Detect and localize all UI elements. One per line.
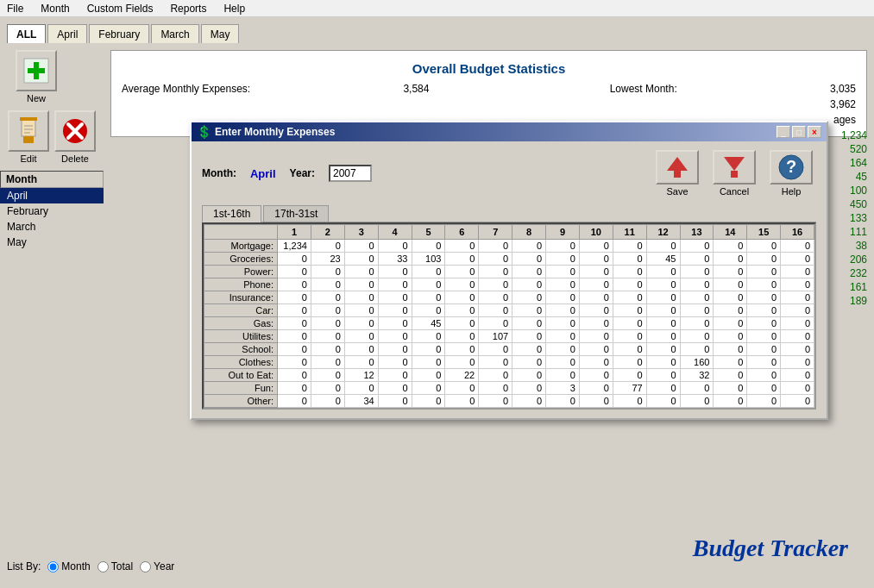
input-3-9[interactable] [582,279,611,290]
input-3-4[interactable] [414,279,443,290]
input-11-3[interactable] [380,383,410,393]
input-5-10[interactable] [615,305,644,316]
cell-7-9[interactable] [579,330,613,343]
cell-0-7[interactable] [512,240,546,253]
cell-8-2[interactable] [344,343,378,356]
input-8-9[interactable] [582,344,611,354]
tab-april[interactable]: April [47,24,87,43]
input-2-15[interactable] [783,266,812,277]
input-1-10[interactable] [615,253,644,264]
input-3-0[interactable] [280,279,309,290]
cell-6-8[interactable] [546,317,580,330]
cell-3-6[interactable] [479,278,512,291]
cell-3-2[interactable] [344,278,378,291]
input-0-2[interactable] [347,241,376,251]
cell-9-0[interactable] [278,356,311,369]
input-9-13[interactable] [715,357,745,367]
cell-7-0[interactable] [278,330,311,343]
input-4-2[interactable] [347,292,376,303]
cell-6-0[interactable] [278,317,311,330]
cell-4-7[interactable] [512,291,546,304]
cell-10-1[interactable] [311,369,344,382]
input-7-11[interactable] [649,331,678,341]
cell-2-6[interactable] [479,266,512,278]
cell-11-4[interactable] [412,382,445,395]
input-11-6[interactable] [481,383,510,393]
cell-1-10[interactable] [613,253,646,266]
cell-9-8[interactable] [546,356,580,369]
cell-3-15[interactable] [781,278,814,291]
sidebar-item-may[interactable]: May [0,235,104,250]
input-7-15[interactable] [783,331,812,341]
input-12-11[interactable] [649,396,678,406]
input-8-5[interactable] [447,344,476,354]
input-10-1[interactable] [313,370,343,380]
cell-7-2[interactable] [344,330,378,343]
cell-1-6[interactable] [479,253,512,266]
cell-11-5[interactable] [445,382,479,395]
input-4-10[interactable] [615,292,644,303]
cell-9-4[interactable] [412,356,445,369]
cell-0-4[interactable] [412,240,445,253]
input-9-7[interactable] [514,357,544,367]
cell-0-8[interactable] [546,240,580,253]
input-0-4[interactable] [414,241,443,251]
cell-10-8[interactable] [546,369,580,382]
cell-5-10[interactable] [613,304,646,317]
cell-4-12[interactable] [680,291,714,304]
cell-8-8[interactable] [546,343,580,356]
input-10-9[interactable] [582,370,611,380]
cancel-button[interactable]: Cancel [709,150,759,197]
input-12-14[interactable] [749,396,778,406]
cell-7-4[interactable] [412,330,445,343]
input-10-14[interactable] [749,370,778,380]
cell-3-11[interactable] [646,278,680,291]
input-7-14[interactable] [749,331,778,341]
cell-9-7[interactable] [512,356,546,369]
cell-9-11[interactable] [646,356,680,369]
input-7-7[interactable] [514,331,544,341]
cell-10-0[interactable] [278,369,311,382]
dialog-restore[interactable]: □ [792,126,806,138]
cell-4-10[interactable] [613,291,646,304]
cell-11-9[interactable] [579,382,613,395]
sidebar-item-march[interactable]: March [0,219,104,235]
input-8-15[interactable] [783,344,812,354]
input-12-7[interactable] [514,396,544,406]
cell-1-7[interactable] [512,253,546,266]
cell-6-12[interactable] [680,317,714,330]
cell-9-12[interactable] [680,356,714,369]
input-4-7[interactable] [514,292,544,303]
cell-5-14[interactable] [747,304,781,317]
cell-6-7[interactable] [512,317,546,330]
input-4-6[interactable] [481,292,510,303]
cell-9-14[interactable] [747,356,781,369]
input-9-4[interactable] [414,357,443,367]
cell-11-13[interactable] [714,382,747,395]
cell-1-3[interactable] [378,253,412,266]
input-7-2[interactable] [347,331,376,341]
cell-1-9[interactable] [579,253,613,266]
input-10-4[interactable] [414,370,443,380]
cell-10-11[interactable] [646,369,680,382]
cell-8-4[interactable] [412,343,445,356]
input-7-5[interactable] [447,331,476,341]
input-11-15[interactable] [783,383,812,393]
cell-0-14[interactable] [747,240,781,253]
cell-5-0[interactable] [278,304,311,317]
input-4-1[interactable] [313,292,343,303]
input-2-1[interactable] [313,266,343,277]
input-1-0[interactable] [280,253,309,264]
cell-10-7[interactable] [512,369,546,382]
input-4-11[interactable] [649,292,678,303]
cell-0-0[interactable] [278,240,311,253]
dialog-tab-17th-31st[interactable]: 17th-31st [263,205,329,222]
help-button[interactable]: ? Help [766,150,816,197]
cell-0-5[interactable] [445,240,479,253]
cell-8-6[interactable] [479,343,512,356]
cell-12-14[interactable] [747,395,781,408]
cell-8-7[interactable] [512,343,546,356]
cell-2-11[interactable] [646,266,680,278]
input-9-14[interactable] [749,357,778,367]
cell-2-13[interactable] [714,266,747,278]
